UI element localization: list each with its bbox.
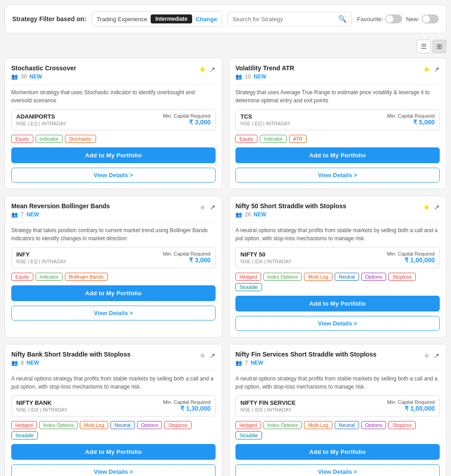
card-actions: ★ ↗ — [199, 64, 216, 74]
tag-options: Options — [361, 421, 387, 429]
tag-hedged: Hedged — [235, 273, 261, 281]
view-details-button[interactable]: View Details > — [235, 464, 440, 476]
instrument-sub: NSE | IDX | INTRADAY — [240, 407, 295, 412]
strategy-card-mean-reversion-bollinger: Mean Reversion Bollinger Bands 👥 7 NEW ★… — [5, 196, 222, 338]
card-instrument: ADANIPORTS NSE | EQ | INTRADAY Min. Capi… — [11, 109, 216, 130]
grid-view-button[interactable]: ⊞ — [433, 40, 446, 53]
share-icon[interactable]: ↗ — [210, 65, 216, 73]
card-instrument: INFY NSE | EQ | INTRADAY Min. Capital Re… — [11, 247, 216, 268]
users-icon: 👥 — [235, 360, 242, 366]
view-details-button[interactable]: View Details > — [11, 168, 216, 183]
card-title-wrap: Volatility Trend ATR 👥 10 NEW — [235, 64, 294, 80]
min-capital: Min. Capital Required ₹ 3,000 — [163, 251, 211, 264]
users-icon: 👥 — [11, 73, 18, 80]
experience-badge: Intermediate — [151, 14, 192, 23]
share-icon[interactable]: ↗ — [210, 203, 216, 211]
card-actions: ★ ↗ — [423, 64, 440, 74]
instrument-sub: NSE | EQ | INTRADAY — [16, 259, 66, 264]
min-capital-value: ₹ 1,00,000 — [387, 256, 435, 264]
new-badge: NEW — [253, 211, 266, 218]
share-icon[interactable]: ↗ — [434, 65, 440, 73]
new-badge: NEW — [27, 360, 39, 366]
strategy-card-nifty50-short-straddle: Nifty 50 Short Straddle with Stoploss 👥 … — [229, 196, 446, 338]
list-view-button[interactable]: ☰ — [417, 40, 431, 53]
tag-straddle: Straddle — [11, 431, 38, 439]
toggle-group: Favourite: New: — [357, 14, 439, 23]
tag-stoploss: Stoploss — [164, 421, 191, 429]
card-meta: 👥 26 NEW — [235, 211, 346, 218]
card-meta: 👥 36 NEW — [11, 73, 76, 80]
min-capital-value: ₹ 1,30,000 — [163, 405, 211, 412]
cards-grid: Stochastic Crossover 👥 36 NEW ★ ↗ Moment… — [5, 58, 446, 476]
favourite-star[interactable]: ★ — [423, 202, 430, 212]
view-details-button[interactable]: View Details > — [11, 464, 216, 476]
new-badge: NEW — [253, 73, 266, 80]
min-capital-label: Min. Capital Required — [163, 113, 211, 119]
experience-label: Trading Experience — [97, 16, 147, 23]
strategy-card-stochastic-crossover: Stochastic Crossover 👥 36 NEW ★ ↗ Moment… — [5, 58, 222, 189]
favourite-toggle-item: Favourite: — [357, 14, 403, 23]
search-input[interactable] — [232, 16, 335, 23]
card-instrument: NIFTY BANK NSE | IDX | INTRADAY Min. Cap… — [11, 395, 216, 416]
card-description: A neutral options strategy that profits … — [11, 371, 216, 391]
tag-indicator: Indicator — [260, 135, 287, 143]
share-icon[interactable]: ↗ — [434, 203, 440, 211]
new-toggle-item: New: — [406, 14, 439, 23]
tag-equity: Equity — [11, 135, 33, 143]
add-to-portfolio-button[interactable]: Add to My Portfolio — [235, 444, 440, 460]
card-title-wrap: Mean Reversion Bollinger Bands 👥 7 NEW — [11, 202, 110, 218]
view-controls: ☰ ⊞ — [5, 40, 446, 53]
min-capital: Min. Capital Required ₹ 1,00,000 — [387, 399, 435, 412]
tag-index-options: Index Options — [263, 421, 302, 429]
instrument-name: NIFTY BANK — [16, 399, 68, 406]
search-icon[interactable]: 🔍 — [338, 15, 347, 23]
add-to-portfolio-button[interactable]: Add to My Portfolio — [11, 147, 216, 163]
search-wrap: 🔍 — [227, 12, 351, 26]
filter-bar: Strategy Filter based on: Trading Experi… — [5, 5, 446, 33]
share-icon[interactable]: ↗ — [434, 352, 440, 360]
card-header: Stochastic Crossover 👥 36 NEW ★ ↗ — [11, 64, 216, 80]
instrument-info: NIFTY BANK NSE | IDX | INTRADAY — [16, 399, 68, 412]
users-count: 7 — [21, 211, 24, 218]
add-to-portfolio-button[interactable]: Add to My Portfolio — [11, 285, 216, 301]
new-toggle[interactable] — [422, 14, 439, 23]
tags-row: EquityIndicatorATR — [235, 135, 440, 143]
new-label: New: — [406, 16, 419, 23]
users-count: 36 — [21, 73, 27, 80]
min-capital: Min. Capital Required ₹ 1,30,000 — [163, 399, 211, 412]
card-actions: ★ ↗ — [199, 351, 216, 361]
add-to-portfolio-button[interactable]: Add to My Portfolio — [11, 444, 216, 460]
tag-multi-leg: Multi Leg — [80, 421, 108, 429]
tag-bollinger-bands: Bollinger Bands — [65, 273, 108, 281]
view-details-button[interactable]: View Details > — [235, 168, 440, 183]
favourite-star[interactable]: ★ — [199, 351, 206, 361]
favourite-star[interactable]: ★ — [423, 351, 430, 361]
users-icon: 👥 — [11, 211, 18, 218]
view-details-button[interactable]: View Details > — [235, 316, 440, 331]
card-meta: 👥 10 NEW — [235, 73, 294, 80]
change-button[interactable]: Change — [196, 16, 217, 23]
instrument-name: ADANIPORTS — [16, 113, 66, 120]
min-capital-value: ₹ 3,000 — [163, 256, 211, 264]
add-to-portfolio-button[interactable]: Add to My Portfolio — [235, 147, 440, 163]
view-details-button[interactable]: View Details > — [11, 306, 216, 320]
tag-stochastic: Stochastic — [65, 135, 96, 143]
experience-filter: Trading Experience Intermediate Change — [92, 11, 222, 27]
card-instrument: TCS NSE | EQ | INTRADAY Min. Capital Req… — [235, 109, 440, 130]
tags-row: HedgedIndex OptionsMulti LegNeutralOptio… — [235, 421, 440, 439]
tags-row: HedgedIndex OptionsMulti LegNeutralOptio… — [11, 421, 216, 439]
favourite-star[interactable]: ★ — [199, 64, 206, 74]
favourite-star[interactable]: ★ — [199, 202, 206, 212]
strategy-card-nifty-bank-short-straddle: Nifty Bank Short Straddle with Stoploss … — [5, 344, 222, 476]
favourite-star[interactable]: ★ — [423, 64, 430, 74]
share-icon[interactable]: ↗ — [210, 352, 216, 360]
instrument-name: TCS — [240, 113, 290, 120]
tag-stoploss: Stoploss — [388, 273, 415, 281]
add-to-portfolio-button[interactable]: Add to My Portfolio — [235, 296, 440, 311]
min-capital-label: Min. Capital Required — [387, 113, 435, 119]
favourite-toggle[interactable] — [385, 14, 402, 23]
tag-straddle: Straddle — [235, 431, 262, 439]
filter-title: Strategy Filter based on: — [12, 15, 86, 23]
tags-row: EquityIndicatorBollinger Bands — [11, 273, 216, 281]
card-actions: ★ ↗ — [199, 202, 216, 212]
